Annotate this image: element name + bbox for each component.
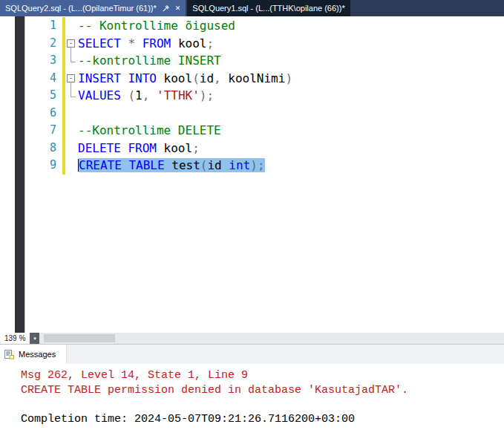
code-line[interactable]: 3--kontrollime INSERT — [0, 52, 504, 70]
line-number: 2 — [0, 35, 58, 53]
change-indicator — [62, 70, 65, 88]
fold-collapse-icon[interactable]: - — [66, 70, 77, 88]
results-tab-strip: Messages — [0, 345, 504, 364]
close-icon[interactable]: ✕ — [175, 5, 181, 12]
messages-panel: Messages Msg 262, Level 14, State 1, Lin… — [0, 345, 504, 430]
line-number: 1 — [0, 17, 58, 35]
line-number: 4 — [0, 70, 58, 88]
fold-guide — [66, 105, 77, 123]
zoom-value: 139 % — [0, 333, 30, 344]
change-indicator — [62, 17, 65, 35]
document-tab[interactable]: SQLQuery2.sql - (L...(OpilaneTimur (61))… — [0, 0, 186, 16]
messages-icon — [4, 349, 15, 360]
fold-guide — [66, 87, 77, 105]
code-line[interactable]: 9CREATE TABLE test(id int); — [0, 157, 504, 175]
zoom-level-select[interactable]: 139 % ▼ — [0, 333, 39, 344]
code-text: CREATE TABLE test(id int); — [78, 157, 265, 175]
messages-output: Msg 262, Level 14, State 1, Line 9CREATE… — [0, 364, 504, 426]
line-number: 7 — [0, 122, 58, 140]
message-line: Completion time: 2024-05-07T09:21:26.711… — [21, 412, 504, 427]
change-indicator — [62, 105, 65, 123]
code-line[interactable]: 8DELETE FROM kool; — [0, 140, 504, 157]
line-number: 9 — [0, 157, 58, 175]
code-text: SELECT * FROM kool; — [78, 35, 214, 53]
scrollbar-thumb[interactable] — [44, 334, 115, 342]
line-number: 3 — [0, 52, 58, 70]
messages-tab-label: Messages — [19, 350, 56, 359]
line-number: 5 — [0, 87, 58, 105]
sql-editor[interactable]: 1-- Kontrollime õigused2-SELECT * FROM k… — [0, 16, 504, 333]
code-area[interactable]: 1-- Kontrollime õigused2-SELECT * FROM k… — [0, 17, 504, 175]
code-text: -- Kontrollime õigused — [78, 17, 235, 35]
line-number: 6 — [0, 105, 58, 123]
code-line[interactable]: 1-- Kontrollime õigused — [0, 17, 504, 35]
message-line — [21, 397, 504, 412]
document-tab[interactable]: SQLQuery1.sql - (L...(TTHK\opilane (66))… — [187, 0, 350, 16]
fold-guide — [66, 157, 77, 175]
message-line: CREATE TABLE permission denied in databa… — [21, 383, 504, 398]
change-indicator — [62, 87, 65, 105]
code-line[interactable]: 4-INSERT INTO kool(id, koolNimi) — [0, 70, 504, 88]
code-line[interactable]: 7--Kontrollime DELETE — [0, 122, 504, 140]
code-text: INSERT INTO kool(id, koolNimi) — [78, 70, 292, 88]
horizontal-scrollbar[interactable] — [39, 333, 504, 344]
code-text: VALUES (1, 'TTHK'); — [78, 87, 214, 105]
change-indicator — [62, 122, 65, 140]
fold-guide — [66, 140, 77, 157]
code-text: --Kontrollime DELETE — [78, 122, 221, 140]
document-tab-title: SQLQuery1.sql - (L...(TTHK\opilane (66))… — [192, 4, 344, 13]
fold-guide — [66, 52, 77, 70]
change-indicator — [62, 52, 65, 70]
selected-text: CREATE TABLE test(id int); — [79, 158, 265, 172]
code-text: DELETE FROM kool; — [78, 140, 200, 157]
pin-icon[interactable] — [162, 4, 170, 13]
code-line[interactable]: 5VALUES (1, 'TTHK'); — [0, 87, 504, 105]
change-indicator — [62, 35, 65, 53]
tab-messages[interactable]: Messages — [0, 345, 67, 364]
line-number: 8 — [0, 140, 58, 157]
fold-guide — [66, 122, 77, 140]
editor-bottom-strip: 139 % ▼ — [0, 333, 504, 345]
code-text: --kontrollime INSERT — [78, 52, 221, 70]
zoom-dropdown-arrow-icon[interactable]: ▼ — [30, 333, 39, 344]
fold-guide — [66, 17, 77, 35]
change-indicator — [62, 157, 65, 175]
ssms-window: SQLQuery2.sql - (L...(OpilaneTimur (61))… — [0, 0, 504, 430]
code-line[interactable]: 2-SELECT * FROM kool; — [0, 35, 504, 53]
message-line: Msg 262, Level 14, State 1, Line 9 — [21, 368, 504, 383]
fold-collapse-icon[interactable]: - — [66, 35, 77, 53]
document-tab-title: SQLQuery2.sql - (L...(OpilaneTimur (61))… — [5, 4, 157, 13]
change-indicator — [62, 140, 65, 157]
code-line[interactable]: 6 — [0, 105, 504, 123]
document-tab-bar: SQLQuery2.sql - (L...(OpilaneTimur (61))… — [0, 0, 504, 16]
